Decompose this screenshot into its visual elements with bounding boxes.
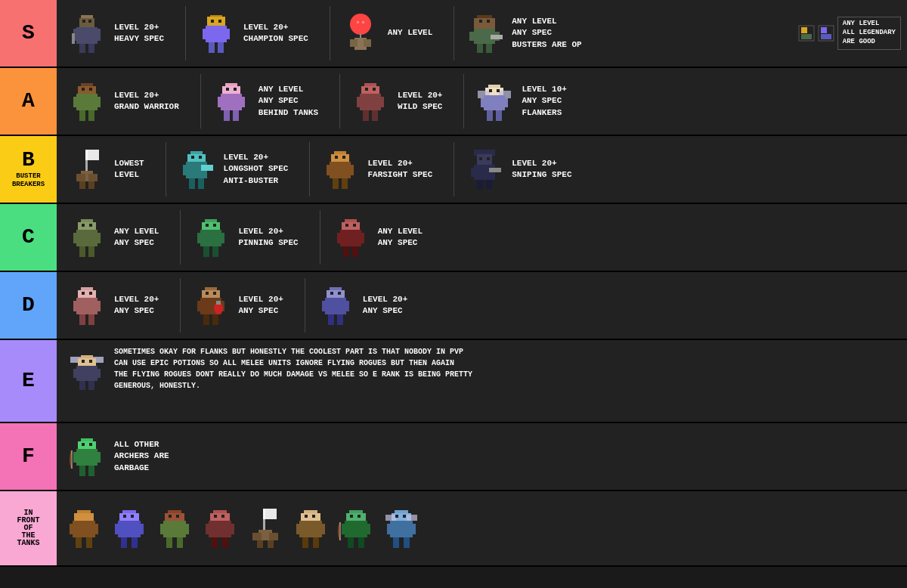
- s-sprite-1: [66, 12, 108, 54]
- svg-rect-189: [89, 443, 92, 446]
- svg-rect-254: [407, 515, 417, 521]
- d-sprite-1: [66, 284, 108, 326]
- f-label-text: F: [22, 446, 35, 467]
- c-sprite-3: [330, 216, 372, 258]
- s-desc-4: ANY LEVELANY SPECBUSTERS ARE OP: [512, 16, 581, 51]
- svg-rect-240: [312, 515, 315, 518]
- a-desc-3: LEVEL 20+WILD SPEC: [398, 90, 442, 113]
- svg-rect-41: [821, 34, 831, 39]
- divider-b1: [166, 142, 166, 197]
- svg-rect-206: [131, 515, 134, 518]
- svg-rect-93: [198, 178, 204, 189]
- svg-rect-66: [372, 110, 378, 121]
- svg-rect-78: [489, 89, 492, 92]
- svg-rect-126: [197, 233, 206, 243]
- svg-rect-92: [189, 178, 195, 189]
- svg-rect-25: [362, 21, 364, 23]
- svg-rect-158: [213, 292, 216, 295]
- svg-rect-101: [333, 178, 339, 189]
- svg-rect-247: [358, 537, 364, 548]
- svg-rect-54: [218, 97, 227, 107]
- legend-icon-1: [798, 25, 815, 42]
- e-tier-row: E: [0, 340, 907, 423]
- svg-rect-27: [474, 18, 495, 29]
- divider-d2: [305, 278, 305, 333]
- svg-rect-175: [73, 369, 82, 378]
- svg-rect-169: [338, 292, 341, 295]
- c-tier-content: ANY LEVELANY SPEC: [57, 204, 907, 271]
- svg-rect-31: [477, 44, 483, 53]
- tanks-sprite-4: [199, 507, 241, 549]
- svg-rect-167: [337, 314, 343, 325]
- svg-rect-58: [226, 88, 229, 91]
- s-tier-row: S: [0, 0, 907, 68]
- d-tier-row: D LEVEL 20+ANY SPE: [0, 272, 907, 340]
- svg-rect-64: [375, 97, 384, 107]
- svg-rect-236: [316, 524, 325, 534]
- svg-rect-50: [89, 88, 92, 91]
- svg-rect-229: [269, 533, 278, 540]
- svg-rect-86: [88, 181, 94, 189]
- svg-rect-187: [88, 466, 94, 476]
- f-tier-content: ALL OTHERARCHERS AREGARBAGE: [57, 423, 907, 490]
- svg-rect-155: [203, 314, 209, 325]
- svg-rect-117: [73, 233, 82, 243]
- svg-rect-237: [302, 537, 308, 548]
- svg-rect-164: [322, 301, 331, 311]
- f-tier-label: F: [0, 423, 57, 490]
- b-sprite-1: [66, 148, 108, 190]
- svg-rect-260: [395, 515, 398, 518]
- e-tier-label: E: [0, 340, 57, 422]
- svg-rect-213: [177, 537, 183, 548]
- e-desc-1: SOMETIMES OKAY FOR FLANKS BUT HONESTLY T…: [114, 346, 472, 391]
- c-desc-2: LEVEL 20+PINNING SPEC: [238, 226, 298, 249]
- b-sprite-3: [319, 148, 361, 190]
- svg-rect-205: [123, 515, 126, 518]
- svg-rect-45: [73, 97, 82, 107]
- svg-point-19: [350, 14, 371, 35]
- c-sprite-2: [190, 216, 232, 258]
- divider-b2: [309, 142, 310, 197]
- svg-rect-95: [199, 156, 202, 159]
- svg-rect-121: [82, 224, 85, 227]
- divider-s3: [454, 6, 454, 60]
- svg-rect-224: [221, 515, 224, 518]
- svg-rect-231: [268, 540, 274, 548]
- svg-rect-100: [345, 165, 354, 175]
- svg-rect-179: [82, 360, 85, 363]
- svg-rect-130: [206, 224, 209, 227]
- svg-rect-203: [121, 537, 127, 548]
- svg-rect-214: [169, 515, 172, 518]
- tanks-sprite-7: [335, 507, 377, 549]
- a-tier-row: A LEVEL 20+GRAND W: [0, 68, 907, 136]
- svg-rect-201: [115, 524, 124, 534]
- svg-rect-76: [487, 110, 493, 121]
- svg-rect-6: [88, 44, 94, 53]
- svg-rect-18: [218, 20, 221, 23]
- tier-list: S: [0, 0, 907, 567]
- svg-rect-127: [215, 233, 224, 243]
- b-sub-label: BUSTER BREAKERS: [12, 172, 45, 189]
- s-sprite-4: [463, 12, 506, 54]
- svg-rect-37: [801, 27, 807, 33]
- f-desc-1: ALL OTHERARCHERS AREGARBAGE: [114, 439, 169, 474]
- svg-rect-108: [471, 168, 480, 177]
- svg-rect-110: [477, 180, 483, 189]
- svg-rect-197: [86, 537, 92, 548]
- a-tier-label: A: [0, 68, 57, 135]
- a-entry-4: LEVEL 10+ANY SPECFLANKERS: [470, 77, 569, 125]
- c-entry-3: ANY LEVELANY SPEC: [327, 213, 426, 262]
- svg-rect-258: [393, 537, 399, 548]
- svg-rect-178: [88, 381, 94, 390]
- c-tier-label: C: [0, 204, 57, 271]
- svg-rect-74: [481, 98, 490, 107]
- svg-rect-146: [79, 314, 85, 325]
- svg-rect-32: [486, 44, 492, 53]
- b-tier-label: B BUSTER BREAKERS: [0, 136, 57, 203]
- d-desc-2: LEVEL 20+ANY SPEC: [238, 294, 283, 317]
- svg-rect-128: [203, 246, 209, 257]
- svg-rect-160: [216, 301, 221, 305]
- svg-rect-112: [479, 157, 482, 160]
- f-sprite-1: [66, 435, 108, 478]
- svg-rect-102: [342, 178, 348, 189]
